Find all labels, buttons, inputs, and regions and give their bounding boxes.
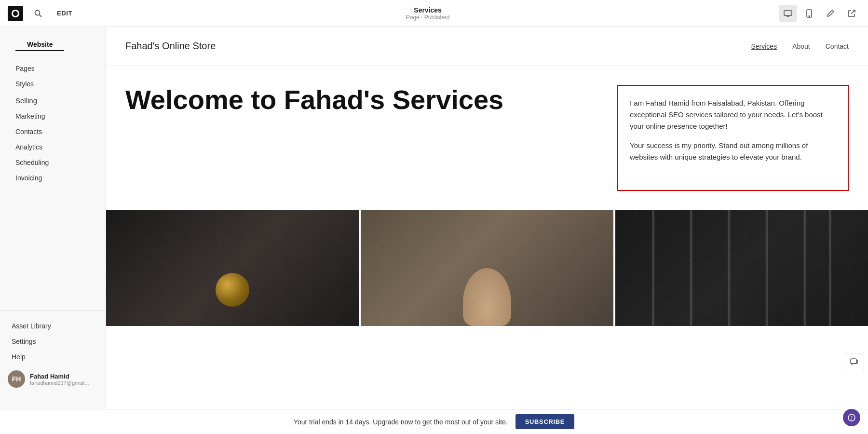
site-logo: Fahad's Online Store	[125, 41, 216, 52]
sidebar-item-styles[interactable]: Styles	[0, 76, 106, 92]
canvas-area: Fahad's Online Store Services About Cont…	[106, 27, 868, 409]
squarespace-logo[interactable]	[8, 6, 23, 21]
sidebar-item-marketing[interactable]: Marketing	[0, 108, 106, 124]
top-bar-right	[779, 5, 860, 22]
sidebar-nav: Pages Styles Selling Marketing Contacts …	[0, 57, 106, 310]
main-layout: Website Pages Styles Selling Marketing C…	[0, 27, 868, 409]
hero-desc-1: I am Fahad Hamid from Faisalabad, Pakist…	[630, 97, 836, 132]
page-canvas: Fahad's Online Store Services About Cont…	[106, 27, 868, 409]
image-cell-3[interactable]	[615, 210, 868, 326]
hero-section: Welcome to Fahad's Services I am Fahad H…	[106, 66, 868, 210]
svg-rect-2	[784, 11, 792, 15]
sidebar: Website Pages Styles Selling Marketing C…	[0, 27, 106, 409]
hero-title: Welcome to Fahad's Services	[125, 85, 598, 115]
sidebar-item-analytics[interactable]: Analytics	[0, 139, 106, 155]
sidebar-item-help[interactable]: Help	[0, 349, 106, 365]
website-nav-label[interactable]: Website	[15, 37, 64, 51]
chair-decoration	[463, 268, 511, 326]
page-name: Services	[406, 6, 450, 14]
sidebar-item-contacts[interactable]: Contacts	[0, 124, 106, 139]
user-name: Fahad Hamid	[30, 373, 89, 380]
sidebar-item-settings[interactable]: Settings	[0, 334, 106, 349]
help-widget[interactable]: ?	[843, 409, 860, 426]
trial-message: Your trial ends in 14 days. Upgrade now …	[294, 418, 508, 426]
sidebar-item-scheduling[interactable]: Scheduling	[0, 155, 106, 170]
edit-button[interactable]: EDIT	[53, 8, 76, 19]
svg-point-0	[35, 10, 40, 15]
chat-float-button[interactable]	[845, 353, 864, 372]
top-bar: EDIT Services Page · Published	[0, 0, 868, 27]
svg-point-6	[809, 15, 810, 16]
top-bar-center: Services Page · Published	[406, 6, 450, 21]
svg-line-7	[851, 10, 855, 14]
image-cell-2[interactable]	[361, 210, 613, 326]
sidebar-item-asset-library[interactable]: Asset Library	[0, 318, 106, 334]
svg-rect-14	[851, 359, 856, 364]
hero-description-box: I am Fahad Hamid from Faisalabad, Pakist…	[617, 85, 849, 191]
trial-bar: Your trial ends in 14 days. Upgrade now …	[0, 409, 868, 434]
top-bar-left: EDIT	[8, 6, 76, 21]
avatar: FH	[8, 370, 25, 388]
hero-desc-2: Your success is my priority. Stand out a…	[630, 140, 836, 163]
desktop-view-button[interactable]	[779, 5, 797, 22]
site-nav-contact[interactable]: Contact	[826, 42, 849, 50]
sidebar-item-selling[interactable]: Selling	[0, 92, 106, 108]
search-icon[interactable]	[31, 6, 45, 21]
sidebar-item-pages[interactable]: Pages	[0, 61, 106, 76]
mobile-view-button[interactable]	[800, 5, 818, 22]
hero-left: Welcome to Fahad's Services	[125, 85, 598, 191]
sidebar-item-invoicing[interactable]: Invoicing	[0, 170, 106, 186]
site-nav-services[interactable]: Services	[751, 42, 777, 50]
page-status: Page · Published	[406, 14, 450, 21]
user-email: fahadhamid237@gmail...	[30, 380, 89, 386]
right-float	[841, 349, 868, 376]
user-profile[interactable]: FH Fahad Hamid fahadhamid237@gmail...	[0, 365, 106, 393]
svg-text:?: ?	[851, 415, 853, 420]
subscribe-button[interactable]: SUBSCRIBE	[515, 414, 574, 429]
image-cell-1[interactable]	[106, 210, 359, 326]
pen-tool-button[interactable]	[822, 5, 839, 22]
external-link-button[interactable]	[843, 5, 860, 22]
sidebar-bottom: Asset Library Settings Help FH Fahad Ham…	[0, 310, 106, 401]
svg-line-1	[40, 14, 42, 17]
site-header: Fahad's Online Store Services About Cont…	[106, 27, 868, 66]
image-grid	[106, 210, 868, 326]
site-nav: Services About Contact	[751, 42, 849, 50]
site-nav-about[interactable]: About	[792, 42, 810, 50]
gold-sphere-decoration	[216, 273, 249, 307]
